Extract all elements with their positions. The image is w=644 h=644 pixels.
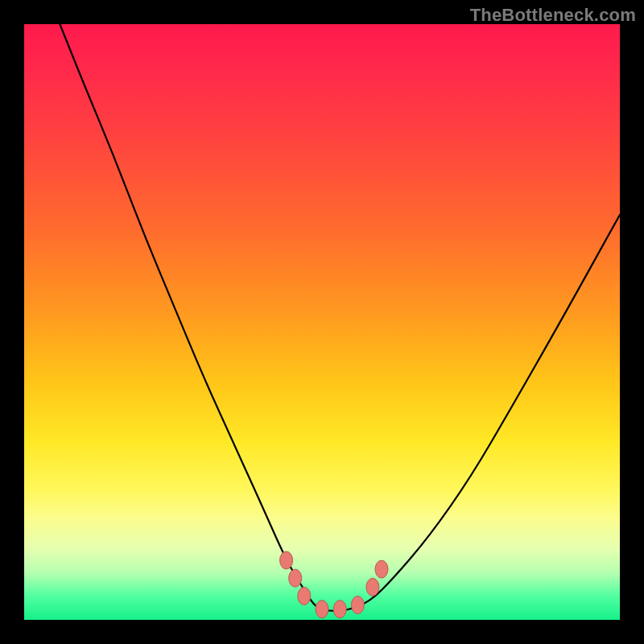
curve-marker: [289, 569, 302, 587]
curve-marker: [298, 587, 311, 605]
bottleneck-curve: [60, 24, 620, 611]
curve-marker: [280, 551, 293, 569]
chart-frame: TheBottleneck.com: [0, 0, 644, 644]
curve-marker: [366, 578, 379, 596]
curve-marker: [333, 601, 346, 618]
markers-group: [280, 551, 388, 618]
curve-marker: [316, 601, 328, 618]
watermark-text: TheBottleneck.com: [470, 5, 636, 26]
chart-svg: [24, 24, 620, 620]
curve-marker: [351, 597, 364, 614]
plot-area: [24, 24, 620, 620]
curve-marker: [375, 560, 388, 578]
